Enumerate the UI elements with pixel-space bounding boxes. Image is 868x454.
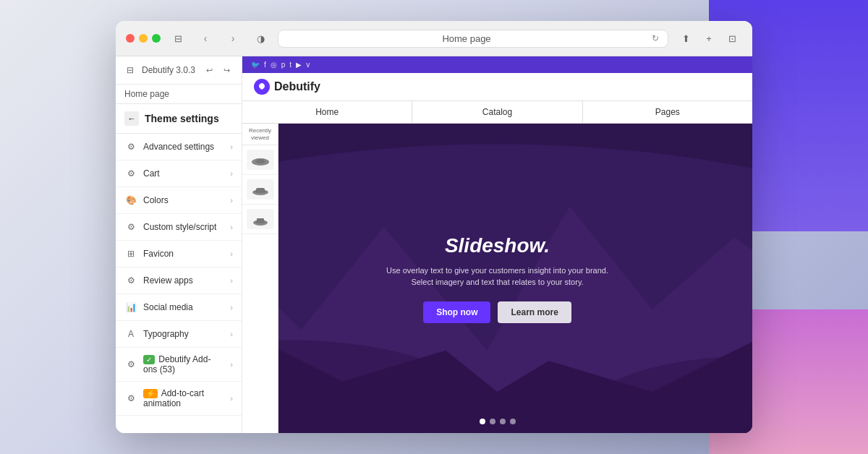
favicon-icon: ⊞ [124, 247, 137, 260]
store-nav: Home Catalog Pages [242, 101, 752, 124]
arrow-icon: › [230, 360, 233, 369]
arrow-icon: › [230, 196, 233, 205]
arrow-icon: › [230, 303, 233, 312]
menu-item-review-apps[interactable]: ⚙ Review apps › [116, 267, 242, 294]
hero-buttons: Shop now Learn more [382, 301, 613, 323]
product-thumbnail [247, 179, 274, 200]
menu-item-debutify-addons[interactable]: ⚙ ✓ Debutify Add-ons (53) › [116, 348, 242, 382]
typography-icon: A [124, 327, 137, 340]
menu-item-label: ⚡ Add-to-cart animation [143, 388, 224, 408]
store-logo: Debutify [254, 79, 320, 95]
logo-text: Debutify [274, 80, 320, 93]
traffic-light-yellow[interactable] [139, 34, 148, 43]
dot-4[interactable] [510, 419, 516, 424]
address-bar[interactable]: Home page ↻ [278, 30, 668, 48]
arrow-icon: › [230, 169, 233, 178]
traffic-light-green[interactable] [152, 34, 161, 43]
recently-viewed-item-2[interactable] [242, 175, 278, 205]
share-icon[interactable]: ⬆ [676, 28, 696, 48]
store-header: Debutify [242, 73, 752, 101]
sidebar-undo-redo: ↩ ↪ [201, 62, 234, 78]
recently-viewed-item-1[interactable] [242, 145, 278, 175]
review-icon: ⚙ [124, 274, 137, 287]
address-bar-text: Home page [287, 33, 646, 44]
badge-orange: ⚡ [143, 389, 158, 398]
animation-icon: ⚙ [124, 392, 137, 405]
sidebar-menu: ⚙ Advanced settings › ⚙ Cart › 🎨 Colors … [116, 134, 242, 433]
menu-item-social-media[interactable]: 📊 Social media › [116, 294, 242, 321]
menu-item-label: Typography [143, 329, 224, 339]
menu-item-label: Favicon [143, 249, 224, 259]
hero-content: Slideshow. Use overlay text to give your… [367, 220, 628, 338]
menu-item-label: Colors [143, 195, 224, 205]
extensions-icon[interactable]: ⊡ [722, 28, 742, 48]
browser-window: ⊟ ‹ › ◑ Home page ↻ ⬆ + ⊡ ⊟ Debutify 3.0… [116, 21, 752, 433]
badge-green: ✓ [143, 355, 155, 364]
back-button[interactable]: ‹ [195, 28, 216, 48]
sidebar: ⊟ Debutify 3.0.3 ↩ ↪ Home page ← Theme s… [116, 56, 242, 433]
logo-icon [254, 79, 270, 95]
product-thumbnail [247, 150, 274, 170]
menu-item-label: Review apps [143, 275, 224, 286]
store-social-bar: 🐦 f ◎ p t ▶ v [242, 56, 752, 73]
menu-item-label: Cart [143, 168, 224, 179]
sidebar-app-name: Debutify 3.0.3 [142, 65, 197, 75]
theme-settings-header: ← Theme settings [116, 104, 242, 134]
svg-rect-10 [256, 188, 265, 193]
add-tab-icon[interactable]: + [699, 28, 719, 48]
recently-viewed-title: Recentlyviewed [242, 124, 278, 145]
page-label-row: Home page [116, 85, 242, 104]
menu-item-colors[interactable]: 🎨 Colors › [116, 187, 242, 214]
menu-item-favicon[interactable]: ⊞ Favicon › [116, 241, 242, 267]
dot-1[interactable] [480, 419, 485, 424]
social-icon: 📊 [124, 301, 137, 314]
section-title: Theme settings [145, 113, 219, 124]
hero-title: Slideshow. [382, 234, 613, 257]
instagram-icon: ◎ [271, 61, 277, 69]
theme-back-button[interactable]: ← [124, 111, 139, 126]
arrow-icon: › [230, 276, 233, 285]
arrow-icon: › [230, 394, 233, 403]
recently-viewed-item-3[interactable] [242, 205, 278, 234]
nav-item-home[interactable]: Home [242, 101, 412, 123]
store-preview: 🐦 f ◎ p t ▶ v D [242, 56, 752, 433]
shop-now-button[interactable]: Shop now [423, 301, 490, 323]
menu-item-addtocart-animation[interactable]: ⚙ ⚡ Add-to-cart animation › [116, 382, 242, 416]
product-thumbnail [247, 209, 274, 229]
undo-button[interactable]: ↩ [201, 62, 217, 78]
browser-chrome: ⊟ ‹ › ◑ Home page ↻ ⬆ + ⊡ [116, 21, 752, 56]
nav-item-catalog[interactable]: Catalog [412, 101, 582, 123]
arrow-icon: › [230, 330, 233, 338]
forward-button[interactable]: › [223, 28, 243, 48]
arrow-icon: › [230, 249, 233, 258]
refresh-icon[interactable]: ↻ [652, 33, 659, 43]
menu-item-typography[interactable]: A Typography › [116, 321, 242, 348]
menu-item-label: Social media [143, 302, 224, 312]
traffic-light-red[interactable] [126, 34, 135, 43]
addons-icon: ⚙ [124, 358, 137, 371]
gear-icon: ⚙ [124, 140, 137, 153]
recently-viewed-panel: Recentlyviewed [242, 124, 278, 433]
tumblr-icon: t [289, 61, 292, 69]
dot-2[interactable] [490, 419, 495, 424]
arrow-icon: › [230, 223, 233, 231]
traffic-lights [126, 34, 161, 43]
preview-area: 🐦 f ◎ p t ▶ v D [242, 56, 752, 433]
menu-item-label: ✓ Debutify Add-ons (53) [143, 354, 224, 374]
page-label: Home page [124, 89, 169, 99]
menu-item-label: Custom style/script [143, 222, 224, 232]
learn-more-button[interactable]: Learn more [498, 301, 571, 323]
sidebar-back-button[interactable]: ⊟ [123, 63, 137, 77]
code-icon: ⚙ [124, 220, 137, 234]
menu-item-custom-style[interactable]: ⚙ Custom style/script › [116, 214, 242, 241]
youtube-icon: ▶ [296, 61, 302, 69]
sidebar-toggle-icon[interactable]: ⊟ [168, 28, 188, 48]
dot-3[interactable] [500, 419, 506, 424]
facebook-icon: f [264, 61, 266, 69]
menu-item-advanced-settings[interactable]: ⚙ Advanced settings › [116, 134, 242, 160]
sidebar-topbar: ⊟ Debutify 3.0.3 ↩ ↪ [116, 56, 242, 85]
redo-button[interactable]: ↪ [218, 62, 234, 78]
menu-item-cart[interactable]: ⚙ Cart › [116, 160, 242, 187]
nav-item-pages[interactable]: Pages [583, 101, 752, 123]
brightness-icon: ◑ [250, 28, 271, 48]
